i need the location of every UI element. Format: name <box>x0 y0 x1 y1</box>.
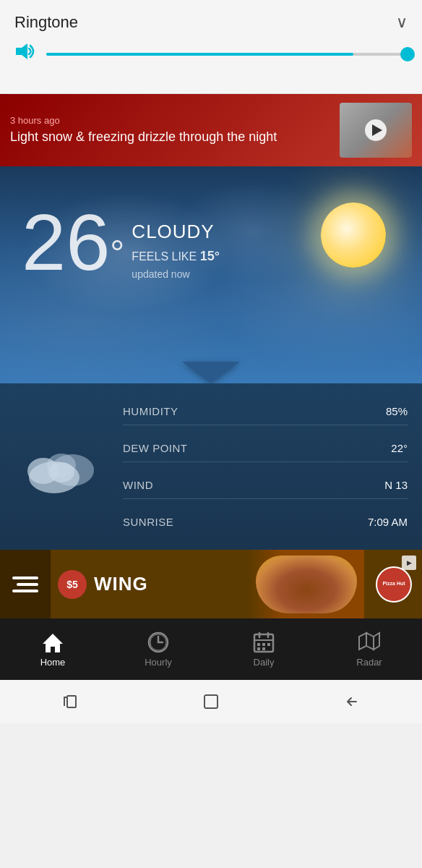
weather-main: 26° CLOUDY FEELS LIKE 15° updated now <box>0 166 422 383</box>
details-table: HUMIDITY 85% DEW POINT 22° WIND N 13 SUN… <box>123 398 408 535</box>
sunrise-row: SUNRISE 7:09 AM <box>123 509 408 535</box>
temperature-value: 26 <box>22 197 110 286</box>
humidity-row: HUMIDITY 85% <box>123 398 408 425</box>
system-home-button[interactable] <box>197 687 225 716</box>
chicken-image <box>256 556 357 613</box>
cloud-icon-area <box>14 398 108 535</box>
wind-row: WIND N 13 <box>123 472 408 499</box>
svg-rect-22 <box>262 647 265 650</box>
svg-rect-20 <box>267 643 270 646</box>
system-back-button[interactable] <box>337 687 366 716</box>
sunrise-value: 7:09 AM <box>368 516 408 528</box>
ad-banner[interactable]: $5 WING Pizza Hut ▶ <box>0 550 422 618</box>
svg-marker-23 <box>359 633 366 650</box>
svg-rect-26 <box>67 696 76 707</box>
nav-daily-label: Daily <box>254 657 275 668</box>
ringtone-title: Ringtone <box>14 13 78 32</box>
svg-marker-25 <box>374 633 379 650</box>
svg-rect-19 <box>262 643 265 646</box>
pizza-hut-logo: Pizza Hut <box>376 566 412 603</box>
slider-thumb[interactable] <box>400 47 415 61</box>
ad-left-icon <box>0 550 51 618</box>
chevron-down-icon[interactable]: ∨ <box>396 13 408 32</box>
ad-content: $5 WING <box>51 570 422 599</box>
updated-text: updated now <box>132 268 220 280</box>
calendar-icon <box>252 631 275 654</box>
dew-point-label: DEW POINT <box>123 442 188 454</box>
svg-rect-18 <box>257 643 260 646</box>
svg-marker-9 <box>43 634 63 652</box>
svg-rect-6 <box>12 576 38 579</box>
feels-like: FEELS LIKE 15° <box>132 249 220 264</box>
news-thumbnail[interactable] <box>340 103 412 158</box>
nav-home-label: Home <box>40 657 66 668</box>
volume-icon <box>14 42 36 66</box>
system-navigation <box>0 680 422 723</box>
play-triangle-icon <box>372 124 382 136</box>
nav-item-hourly[interactable]: Hourly <box>106 618 211 680</box>
ad-price-badge: $5 <box>58 570 87 599</box>
wind-value: N 13 <box>384 479 408 491</box>
play-button[interactable] <box>365 119 387 141</box>
cloudy-icon <box>22 438 101 495</box>
ringtone-header: Ringtone ∨ <box>14 13 408 32</box>
moon-icon <box>321 203 386 268</box>
svg-rect-21 <box>257 647 260 650</box>
ad-food-image <box>249 550 364 618</box>
nav-radar-label: Radar <box>356 657 382 668</box>
news-text-block: 3 hours ago Light snow & freezing drizzl… <box>10 115 332 145</box>
svg-rect-8 <box>12 590 38 592</box>
svg-rect-27 <box>204 695 218 708</box>
volume-slider[interactable] <box>46 53 408 56</box>
dew-point-row: DEW POINT 22° <box>123 435 408 462</box>
svg-point-5 <box>48 462 74 482</box>
svg-marker-0 <box>16 43 27 59</box>
dew-point-value: 22° <box>391 442 408 454</box>
ringtone-section: Ringtone ∨ <box>0 0 422 94</box>
nav-hourly-label: Hourly <box>145 657 172 668</box>
feels-like-temp: 15° <box>200 249 220 263</box>
news-banner[interactable]: 3 hours ago Light snow & freezing drizzl… <box>0 94 422 166</box>
news-headline: Light snow & freezing drizzle through th… <box>10 129 332 145</box>
weather-info: CLOUDY FEELS LIKE 15° updated now <box>132 203 220 280</box>
humidity-value: 85% <box>386 405 408 417</box>
humidity-label: HUMIDITY <box>123 405 178 417</box>
slider-fill <box>46 53 353 56</box>
sunrise-label: SUNRISE <box>123 516 173 528</box>
clock-icon <box>147 631 170 654</box>
wind-label: WIND <box>123 479 153 491</box>
weather-content: 26° CLOUDY FEELS LIKE 15° updated now <box>22 203 220 282</box>
bottom-navigation: Home Hourly Daily Radar <box>0 618 422 680</box>
temperature-display: 26° <box>22 203 124 282</box>
news-thumb-bg <box>340 103 412 158</box>
weather-details: HUMIDITY 85% DEW POINT 22° WIND N 13 SUN… <box>0 383 422 550</box>
news-time: 3 hours ago <box>10 115 332 126</box>
svg-rect-7 <box>17 583 38 586</box>
home-icon <box>41 631 64 654</box>
nav-item-daily[interactable]: Daily <box>211 618 316 680</box>
map-icon <box>358 631 381 654</box>
condition-text: CLOUDY <box>132 221 220 243</box>
nav-item-home[interactable]: Home <box>0 618 106 680</box>
svg-marker-24 <box>366 633 374 650</box>
ad-close-button[interactable]: ▶ <box>402 556 416 570</box>
nav-item-radar[interactable]: Radar <box>316 618 422 680</box>
degree-symbol: ° <box>110 233 124 273</box>
ad-text: WING <box>94 573 148 595</box>
volume-row <box>14 42 408 66</box>
system-menu-button[interactable] <box>56 687 85 716</box>
weather-chevron-divider <box>182 362 240 383</box>
feels-like-label: FEELS LIKE <box>132 250 197 263</box>
